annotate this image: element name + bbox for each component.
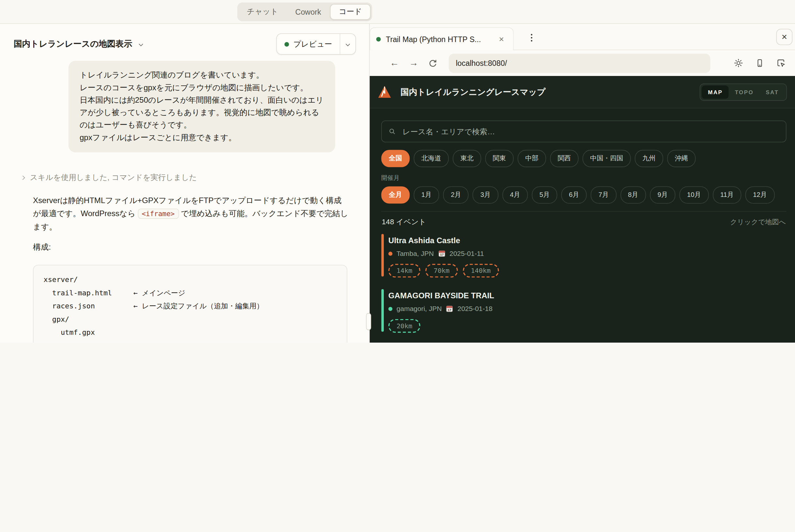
month-chip[interactable]: 2月 [443,187,469,204]
mobile-view-button[interactable] [755,58,765,68]
back-button[interactable]: ← [385,58,404,69]
panel-resize-handle[interactable] [366,313,372,330]
region-chip[interactable]: 東北 [453,150,481,167]
reload-button[interactable] [423,59,442,67]
race-location: Tamba, JPN [397,250,434,257]
tab-chat[interactable]: チャット [239,4,286,20]
region-chip[interactable]: 中国・四国 [582,150,631,167]
cursor-select-icon [776,58,786,68]
race-date: 2025-01-11 [449,250,484,257]
region-chip[interactable]: 沖縄 [667,150,695,167]
race-list: Ultra Ashida Castle Tamba, JPN 17 2025-0… [381,233,786,343]
preview-button[interactable]: プレビュー [276,34,356,55]
race-search-input[interactable] [401,127,779,136]
month-chip[interactable]: 12月 [745,187,774,204]
month-chip[interactable]: 1月 [414,187,439,204]
race-dot-icon [389,251,392,255]
race-card[interactable]: Ultra Ashida Castle Tamba, JPN 17 2025-0… [381,233,786,278]
preview-label: プレビュー [293,39,332,49]
step-label: スキルを使用しました, コマンドを実行しました [30,173,197,183]
tool-step-row[interactable]: スキルを使用しました, コマンドを実行しました [21,169,347,187]
month-chip[interactable]: 6月 [561,187,587,204]
map-hint: クリックで地図へ [730,217,786,227]
tab-menu-button[interactable] [525,32,539,44]
month-chip[interactable]: 3月 [473,187,498,204]
chat-panel: 国内トレランレースの地図表示 プレビュー トレイルランニング関連のブログを書いて… [0,24,370,342]
layer-topo[interactable]: TOPO [729,86,760,98]
tab-code[interactable]: コード [330,4,371,20]
month-chip[interactable]: 11月 [713,187,741,204]
month-chip[interactable]: 5月 [532,187,557,204]
code-block: xserver/ trail-map.html ← メインページ races.j… [33,265,347,343]
search-icon [389,128,396,135]
browser-tab[interactable]: Trail Map (Python HTTP S... × [370,27,514,50]
month-chip[interactable]: 8月 [620,187,646,204]
region-chip[interactable]: 九州 [635,150,663,167]
distance-chip[interactable]: 14km [389,264,420,278]
sun-icon [734,58,743,68]
distance-chip[interactable]: 70km [426,264,457,278]
race-dot-icon [389,307,392,311]
month-chip[interactable]: 10月 [680,187,708,204]
mode-switcher: チャット Cowork コード [237,3,372,21]
map-app-title: 国内トレイルランニングレースマップ [400,87,545,97]
chevron-down-icon [346,42,350,46]
race-location: gamagori, JPN [397,305,442,312]
calendar-icon: 17 [446,305,453,312]
select-element-button[interactable] [776,58,786,68]
browser-tab-title: Trail Map (Python HTTP S... [386,35,491,43]
conversation-title: 国内トレランレースの地図表示 [14,38,132,50]
month-chip[interactable]: 9月 [650,187,675,204]
region-chip[interactable]: 関東 [485,150,514,167]
month-chip[interactable]: 7月 [591,187,616,204]
reload-icon [429,59,437,67]
layer-map[interactable]: MAP [702,86,729,98]
month-filter-label: 開催月 [381,174,786,182]
status-dot-icon [284,42,289,46]
region-filter-row: 全国 北海道 東北 関東 中部 関西 中国・四国 九州 沖縄 [381,150,786,167]
month-chip[interactable]: 全月 [381,187,410,204]
url-bar[interactable]: localhost:8080/ [449,54,710,73]
distance-chip[interactable]: 140km [463,264,499,278]
browser-tab-bar: Trail Map (Python HTTP S... × × [370,24,795,50]
tab-status-dot-icon [376,37,381,41]
mountain-logo-icon [378,86,391,98]
race-date: 2025-01-18 [457,305,492,312]
conversation-title-dropdown[interactable]: 国内トレランレースの地図表示 [14,38,142,50]
map-app-header: 国内トレイルランニングレースマップ MAP TOPO SAT [370,76,795,108]
user-message: トレイルランニング関連のブログを書いています。 レースのコースをgpxを元にブラ… [69,61,335,152]
region-chip[interactable]: 中部 [518,150,546,167]
layer-sat[interactable]: SAT [760,86,785,98]
forward-button[interactable]: → [404,58,423,69]
theme-toggle-button[interactable] [734,58,743,68]
tab-close-icon[interactable]: × [496,34,507,44]
distance-chip[interactable]: 20km [389,319,420,333]
region-chip[interactable]: 関西 [550,150,579,167]
inline-code: <iframe> [138,209,179,219]
race-name: Ultra Ashida Castle [389,233,787,245]
layer-switcher: MAP TOPO SAT [700,83,787,101]
region-chip[interactable]: 全国 [381,150,410,167]
app-window: チャット Cowork コード 国内トレランレースの地図表示 プレビュー [0,0,795,343]
race-search-box[interactable] [381,120,786,142]
race-color-bar [381,234,384,277]
close-panel-button[interactable]: × [776,29,793,45]
race-name: GAMAGORI BAYSIDE TRAIL [389,288,787,300]
mobile-device-icon [755,58,765,68]
browser-toolbar: ← → localhost:8080/ [370,50,795,76]
chevron-down-icon [139,42,143,46]
top-bar: チャット Cowork コード [0,0,795,24]
browser-panel: Trail Map (Python HTTP S... × × ← → loca… [370,24,795,342]
race-card[interactable]: GAMAGORI BAYSIDE TRAIL gamagori, JPN 17 … [381,288,786,333]
web-page: 国内トレイルランニングレースマップ MAP TOPO SAT [370,76,795,342]
chevron-right-icon [21,175,25,179]
month-chip[interactable]: 4月 [502,187,528,204]
preview-dropdown-button[interactable] [340,34,356,54]
event-count: 148 イベント [382,217,426,227]
svg-text:17: 17 [448,308,451,312]
race-color-bar [381,289,384,331]
region-chip[interactable]: 北海道 [414,150,449,167]
tab-cowork[interactable]: Cowork [287,4,329,20]
assistant-paragraph: Xserverは静的HTMLファイル+GPXファイルをFTPでアップロードするだ… [33,194,348,234]
svg-text:17: 17 [440,253,444,256]
